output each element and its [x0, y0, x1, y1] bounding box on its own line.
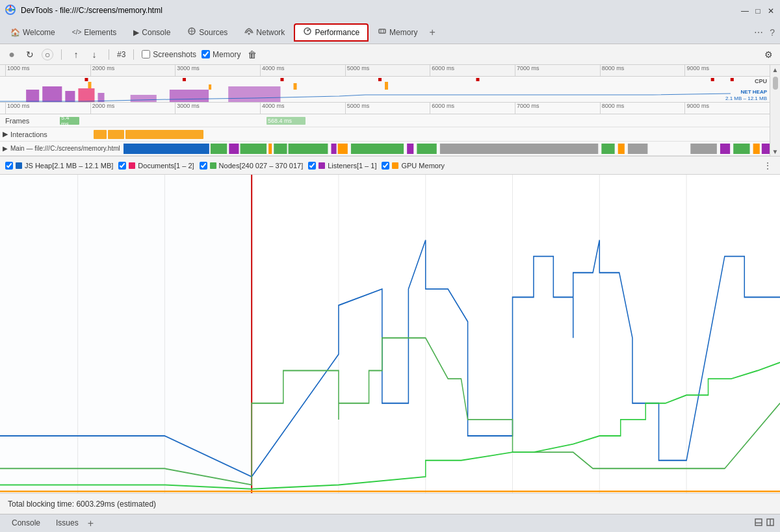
legend-js-heap[interactable]: JS Heap[2.1 MB – 12.1 MB] — [5, 162, 113, 170]
legend-gpu[interactable]: GPU Memory — [382, 162, 445, 170]
help-button[interactable]: ? — [767, 25, 777, 40]
new-tab-button[interactable]: + — [429, 27, 435, 38]
svg-rect-48 — [720, 144, 730, 154]
svg-rect-63 — [0, 175, 252, 493]
net-heap-svg — [0, 77, 731, 103]
refresh-record-button[interactable]: ↻ — [23, 48, 36, 61]
legend-listeners-color — [318, 162, 325, 169]
tab-console-label: Console — [142, 28, 170, 37]
legend-nodes-color — [210, 162, 216, 169]
screenshots-label: Screenshots — [153, 50, 196, 59]
add-tab-button[interactable]: + — [88, 518, 94, 529]
tab-elements[interactable]: </> Elements — [64, 23, 125, 42]
memory-chart — [0, 175, 780, 493]
legend-nodes-checkbox[interactable] — [200, 162, 207, 170]
tab-memory-label: Memory — [389, 28, 417, 37]
frame-bar-1[interactable]: 5.4 ms — [60, 117, 79, 125]
tab-network[interactable]: Network — [237, 23, 292, 42]
legend-gpu-color — [392, 162, 398, 169]
tab-console[interactable]: ▶ Console — [125, 23, 178, 42]
legend-listeners-checkbox[interactable] — [308, 162, 316, 170]
toolbar-separator-2 — [109, 49, 109, 60]
minimize-button[interactable]: — — [741, 6, 749, 14]
more-tabs-button[interactable]: ⋯ — [751, 25, 766, 40]
ruler-mark-8000: 8000 ms — [600, 65, 685, 76]
interaction-bar-2[interactable] — [108, 130, 124, 139]
ruler2-mark-1000: 1000 ms — [5, 103, 90, 114]
scroll-down-button[interactable]: ▼ — [772, 147, 779, 156]
memory-checkbox-label: Memory — [213, 50, 240, 59]
tab-sources[interactable]: Sources — [179, 23, 235, 42]
undock-button[interactable] — [766, 518, 775, 529]
ruler2-mark-8000: 8000 ms — [600, 103, 685, 114]
scroll-up-button[interactable]: ▲ — [772, 65, 779, 74]
ruler-mark-4000: 4000 ms — [260, 65, 345, 76]
tab-performance[interactable]: Performance — [294, 23, 369, 42]
toolbar-separator-3 — [133, 49, 134, 60]
bottom-tab-issues[interactable]: Issues — [49, 517, 85, 530]
timeline-main: 1000 ms 2000 ms 3000 ms 4000 ms 5000 ms … — [0, 65, 770, 156]
screenshots-checkbox-input[interactable] — [142, 50, 150, 58]
main-thread-toggle[interactable]: ▶ Main — file:///C:/screens/memory.html — [0, 145, 124, 152]
legend-js-heap-checkbox[interactable] — [5, 162, 13, 170]
scroll-thumb[interactable] — [773, 77, 778, 90]
clear-recording-button[interactable]: 🗑 — [246, 48, 259, 61]
settings-button[interactable]: ⚙ — [762, 48, 775, 61]
tab-bar: 🏠 Welcome </> Elements ▶ Console Sources… — [0, 21, 780, 44]
memory-checkbox-input[interactable] — [202, 50, 210, 58]
tab-memory[interactable]: Memory — [370, 23, 425, 42]
legend-documents[interactable]: Documents[1 – 2] — [118, 162, 194, 170]
legend-documents-checkbox[interactable] — [118, 162, 126, 170]
interactions-toggle[interactable]: ▶ Interactions — [0, 130, 84, 138]
status-text: Total blocking time: 6003.29ms (estimate… — [8, 500, 156, 509]
maximize-button[interactable]: □ — [754, 6, 762, 14]
screenshots-checkbox[interactable]: Screenshots — [142, 50, 196, 59]
frames-label: Frames — [5, 117, 57, 125]
record-button[interactable]: ● — [5, 48, 18, 61]
upload-button[interactable]: ↑ — [70, 48, 83, 61]
timeline-scrollbar[interactable]: ▲ ▼ — [770, 65, 780, 156]
title-bar: DevTools - file:///C:/screens/memory.htm… — [0, 0, 780, 21]
main-thread-bar — [124, 144, 770, 154]
dock-button[interactable] — [754, 518, 763, 529]
bottom-tab-console[interactable]: Console — [5, 517, 47, 530]
toolbar: ● ↻ ○ ↑ ↓ #3 Screenshots Memory 🗑 ⚙ — [0, 44, 780, 65]
ruler2-mark-4000: 4000 ms — [260, 103, 345, 114]
download-button[interactable]: ↓ — [88, 48, 101, 61]
legend-gpu-label: GPU Memory — [401, 162, 445, 170]
svg-rect-64 — [755, 519, 762, 526]
status-bar: Total blocking time: 6003.29ms (estimate… — [0, 493, 780, 514]
flame-chart-section: 1000 ms 2000 ms 3000 ms 4000 ms 5000 ms … — [0, 103, 770, 156]
frame-bar-2[interactable]: 568.4 ms — [266, 117, 306, 125]
ruler-bottom: 1000 ms 2000 ms 3000 ms 4000 ms 5000 ms … — [0, 103, 770, 114]
svg-rect-30 — [731, 78, 734, 81]
main-thread-label: Main — file:///C:/screens/memory.html — [10, 145, 120, 152]
ruler2-mark-5000: 5000 ms — [345, 103, 430, 114]
clear-button[interactable]: ○ — [42, 49, 53, 60]
ruler2-mark-2000: 2000 ms — [90, 103, 176, 114]
svg-rect-34 — [240, 144, 267, 154]
legend-nodes[interactable]: Nodes[240 027 – 370 017] — [200, 162, 304, 170]
memory-checkbox[interactable]: Memory — [202, 50, 240, 59]
main-thread-row: ▶ Main — file:///C:/screens/memory.html — [0, 142, 770, 156]
ruler-top: 1000 ms 2000 ms 3000 ms 4000 ms 5000 ms … — [0, 65, 770, 77]
legend-js-heap-color — [16, 162, 22, 169]
svg-rect-36 — [274, 144, 287, 154]
ruler-marks-top: 1000 ms 2000 ms 3000 ms 4000 ms 5000 ms … — [0, 65, 770, 76]
legend-js-heap-label: JS Heap[2.1 MB – 12.1 MB] — [25, 162, 113, 170]
svg-rect-41 — [407, 144, 413, 154]
ruler-mark-1000: 1000 ms — [5, 65, 90, 76]
interaction-bar-1[interactable] — [94, 130, 107, 139]
memory-more-button[interactable]: ⋮ — [760, 158, 775, 173]
tab-welcome[interactable]: 🏠 Welcome — [3, 23, 63, 42]
memory-tab-icon — [378, 27, 387, 38]
sources-icon — [187, 27, 196, 38]
legend-listeners[interactable]: Listeners[1 – 1] — [308, 162, 376, 170]
recording-id: #3 — [117, 50, 125, 59]
interaction-bar-3[interactable] — [125, 130, 203, 139]
legend-listeners-label: Listeners[1 – 1] — [328, 162, 376, 170]
legend-gpu-checkbox[interactable] — [382, 162, 389, 170]
tab-performance-label: Performance — [315, 28, 359, 37]
close-button[interactable]: ✕ — [767, 6, 775, 14]
bottom-bar: Console Issues + — [0, 514, 780, 532]
